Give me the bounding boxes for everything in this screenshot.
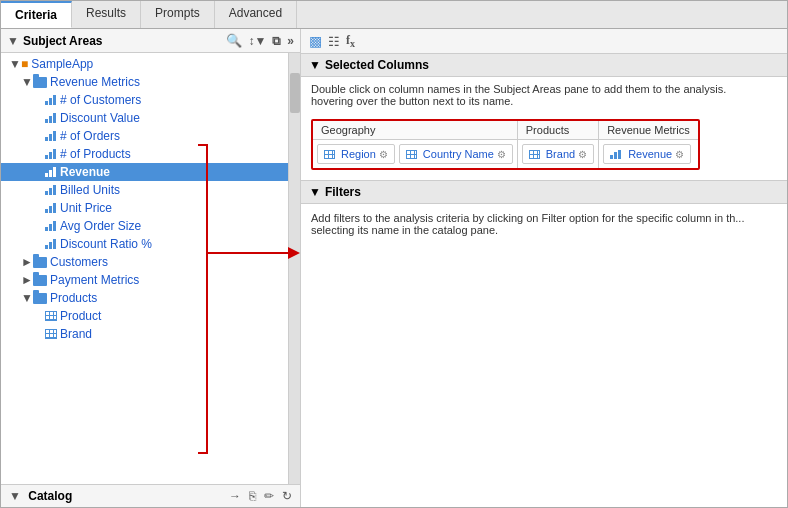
- filters-title: Filters: [325, 185, 361, 199]
- products-folder-label: Products: [50, 291, 97, 305]
- measure-icon-products: [45, 149, 57, 159]
- payment-metrics-label: Payment Metrics: [50, 273, 139, 287]
- products-items: Brand ⚙: [518, 140, 598, 168]
- tree-products-count[interactable]: # of Products: [1, 145, 288, 163]
- tree-wrapper: ▼ ■ SampleApp ▼ Revenue Metrics: [1, 53, 300, 484]
- tree-payment-metrics[interactable]: ► Payment Metrics: [1, 271, 288, 289]
- brand-gear-icon[interactable]: ⚙: [578, 149, 587, 160]
- tree-discount-value[interactable]: Discount Value: [1, 109, 288, 127]
- search-icon[interactable]: 🔍: [226, 33, 242, 48]
- col-item-region[interactable]: Region ⚙: [317, 144, 395, 164]
- tree-orders[interactable]: # of Orders: [1, 127, 288, 145]
- product-label: Product: [60, 309, 101, 323]
- selected-columns-section: ▼ Selected Columns Double click on colum…: [301, 54, 787, 181]
- tree-products-folder[interactable]: ▼ Products: [1, 289, 288, 307]
- tab-criteria[interactable]: Criteria: [1, 1, 72, 28]
- toggle-sampleapp[interactable]: ▼: [9, 57, 21, 71]
- revenue-label: Revenue: [60, 165, 110, 179]
- filters-desc-text: Add filters to the analysis criteria by …: [311, 212, 777, 236]
- country-name-label: Country Name: [423, 148, 494, 160]
- folder-icon-products: [33, 293, 47, 304]
- revenue-metrics-header: Revenue Metrics: [599, 121, 698, 140]
- left-scrollbar[interactable]: [288, 53, 300, 484]
- desc-line2: hovering over the button next to its nam…: [311, 95, 777, 107]
- col-item-revenue[interactable]: Revenue ⚙: [603, 144, 691, 164]
- catalog-refresh-icon[interactable]: ↻: [282, 489, 292, 503]
- filters-desc: Add filters to the analysis criteria by …: [301, 204, 787, 244]
- customers-label: # of Customers: [60, 93, 141, 107]
- revenue-measure-icon: [610, 149, 622, 159]
- sampleapp-label: SampleApp: [31, 57, 93, 71]
- tree-avg-order[interactable]: Avg Order Size: [1, 217, 288, 235]
- layout-icon[interactable]: ☷: [328, 34, 340, 49]
- panel-header-icons: 🔍 ↕▼ ⧉ »: [226, 33, 294, 48]
- app-icon: ■: [21, 57, 28, 71]
- tree-revenue[interactable]: Revenue: [1, 163, 288, 181]
- catalog-label: Catalog: [28, 489, 72, 503]
- tree-brand-dim[interactable]: Brand: [1, 325, 288, 343]
- subject-areas-title: Subject Areas: [23, 34, 103, 48]
- measure-icon-billed: [45, 185, 57, 195]
- desc-line1: Double click on column names in the Subj…: [311, 83, 777, 95]
- measure-icon-avg-order: [45, 221, 57, 231]
- region-gear-icon[interactable]: ⚙: [379, 149, 388, 160]
- catalog-copy-icon[interactable]: ⎘: [249, 489, 256, 503]
- tree-sampleapp[interactable]: ▼ ■ SampleApp: [1, 55, 288, 73]
- folder-icon-revenue: [33, 77, 47, 88]
- columns-grid: Geography Region ⚙ Count: [311, 119, 700, 170]
- col-group-products: Products Brand ⚙: [518, 121, 599, 168]
- toggle-payment-metrics[interactable]: ►: [21, 273, 33, 287]
- subject-areas-header: ▼ Subject Areas 🔍 ↕▼ ⧉ »: [1, 29, 300, 53]
- toggle-customers-folder[interactable]: ►: [21, 255, 33, 269]
- measure-icon-customers: [45, 95, 57, 105]
- tree-billed-units[interactable]: Billed Units: [1, 181, 288, 199]
- catalog-edit-icon[interactable]: ✏: [264, 489, 274, 503]
- more-icon[interactable]: »: [287, 34, 294, 48]
- sort-icon[interactable]: ↕▼: [248, 34, 266, 48]
- tree-customers[interactable]: # of Customers: [1, 91, 288, 109]
- region-dim-icon: [324, 150, 335, 159]
- measure-icon-unit-price: [45, 203, 57, 213]
- sql-icon[interactable]: fx: [346, 33, 355, 49]
- tab-results[interactable]: Results: [72, 1, 141, 28]
- tree-unit-price[interactable]: Unit Price: [1, 199, 288, 217]
- products-header: Products: [518, 121, 598, 140]
- columns-grid-wrapper: Geography Region ⚙ Count: [301, 113, 787, 180]
- discount-ratio-label: Discount Ratio %: [60, 237, 152, 251]
- folder-icon-customers: [33, 257, 47, 268]
- catalog-arrow-icon[interactable]: →: [229, 489, 241, 503]
- catalog-bar: ▼ Catalog → ⎘ ✏ ↻: [1, 484, 300, 507]
- geography-header: Geography: [313, 121, 517, 140]
- filters-triangle: ▼: [309, 185, 321, 199]
- catalog-icons: → ⎘ ✏ ↻: [229, 489, 292, 503]
- selected-columns-title: Selected Columns: [325, 58, 429, 72]
- tree-revenue-metrics[interactable]: ▼ Revenue Metrics: [1, 73, 288, 91]
- toggle-products-folder[interactable]: ▼: [21, 291, 33, 305]
- col-item-country-name[interactable]: Country Name ⚙: [399, 144, 513, 164]
- revenue-metrics-items: Revenue ⚙: [599, 140, 698, 168]
- measure-icon-orders: [45, 131, 57, 141]
- toggle-revenue-metrics[interactable]: ▼: [21, 75, 33, 89]
- panel-header-left: ▼ Subject Areas: [7, 34, 102, 48]
- tab-bar: Criteria Results Prompts Advanced: [1, 1, 787, 29]
- tab-advanced[interactable]: Advanced: [215, 1, 297, 28]
- subject-areas-panel: ▼ Subject Areas 🔍 ↕▼ ⧉ » ▼ ■: [1, 29, 301, 507]
- expand-icon[interactable]: ⧉: [272, 34, 281, 48]
- filter-icon[interactable]: ▩: [309, 33, 322, 49]
- measure-icon-discount-ratio: [45, 239, 57, 249]
- country-gear-icon[interactable]: ⚙: [497, 149, 506, 160]
- revenue-gear-icon[interactable]: ⚙: [675, 149, 684, 160]
- col-item-brand[interactable]: Brand ⚙: [522, 144, 594, 164]
- filters-header: ▼ Filters: [301, 181, 787, 204]
- tree-product-dim[interactable]: Product: [1, 307, 288, 325]
- unit-price-label: Unit Price: [60, 201, 112, 215]
- catalog-triangle: ▼: [9, 489, 21, 503]
- billed-units-label: Billed Units: [60, 183, 120, 197]
- col-group-geography: Geography Region ⚙ Count: [313, 121, 518, 168]
- section-triangle: ▼: [309, 58, 321, 72]
- revenue-metrics-label: Revenue Metrics: [50, 75, 140, 89]
- catalog-title: ▼ Catalog: [9, 489, 72, 503]
- main-container: Criteria Results Prompts Advanced ▼ Subj…: [0, 0, 788, 508]
- tab-prompts[interactable]: Prompts: [141, 1, 215, 28]
- country-dim-icon: [406, 150, 417, 159]
